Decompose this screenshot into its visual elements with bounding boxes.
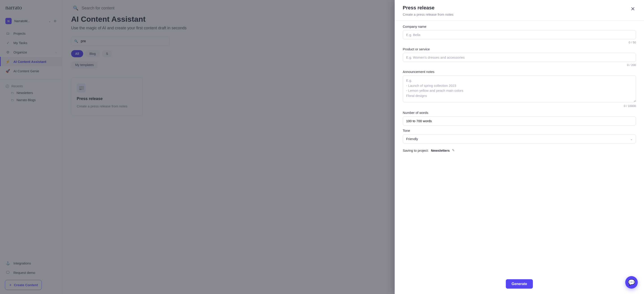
project-name: Newsletters bbox=[431, 149, 450, 152]
drawer-header: Press release Create a press release fro… bbox=[395, 0, 644, 21]
press-release-drawer: Press release Create a press release fro… bbox=[395, 0, 644, 294]
announcement-notes-label: Announcement notes bbox=[403, 70, 636, 74]
announcement-notes-counter: 0 / 10000 bbox=[403, 104, 636, 108]
product-service-input[interactable] bbox=[403, 53, 636, 62]
modal-overlay[interactable]: Press release Create a press release fro… bbox=[0, 0, 644, 294]
saving-label: Saving to project: bbox=[403, 149, 429, 152]
drawer-title: Press release bbox=[403, 5, 630, 11]
announcement-notes-input[interactable] bbox=[403, 75, 636, 102]
chat-bubble-button[interactable]: 💬 bbox=[625, 276, 638, 289]
company-name-input[interactable] bbox=[403, 30, 636, 39]
number-of-words-input[interactable] bbox=[403, 116, 636, 126]
product-service-counter: 0 / 200 bbox=[403, 63, 636, 67]
product-service-label: Product or service bbox=[403, 47, 636, 51]
company-name-counter: 0 / 50 bbox=[403, 41, 636, 44]
saving-to-project: Saving to project: Newsletters ✎ bbox=[403, 148, 636, 152]
edit-icon[interactable]: ✎ bbox=[452, 148, 455, 152]
tone-label: Tone bbox=[403, 129, 636, 132]
company-name-label: Company name bbox=[403, 25, 636, 29]
drawer-footer: Generate bbox=[395, 276, 644, 294]
chat-icon: 💬 bbox=[628, 279, 635, 286]
drawer-subtitle: Create a press release from notes bbox=[403, 13, 630, 16]
close-icon[interactable]: ✕ bbox=[630, 5, 636, 13]
drawer-body: Company name 0 / 50 Product or service 0… bbox=[395, 21, 644, 276]
tone-select[interactable]: Friendly bbox=[403, 134, 636, 143]
generate-button[interactable]: Generate bbox=[506, 279, 533, 289]
number-of-words-label: Number of words bbox=[403, 111, 636, 115]
